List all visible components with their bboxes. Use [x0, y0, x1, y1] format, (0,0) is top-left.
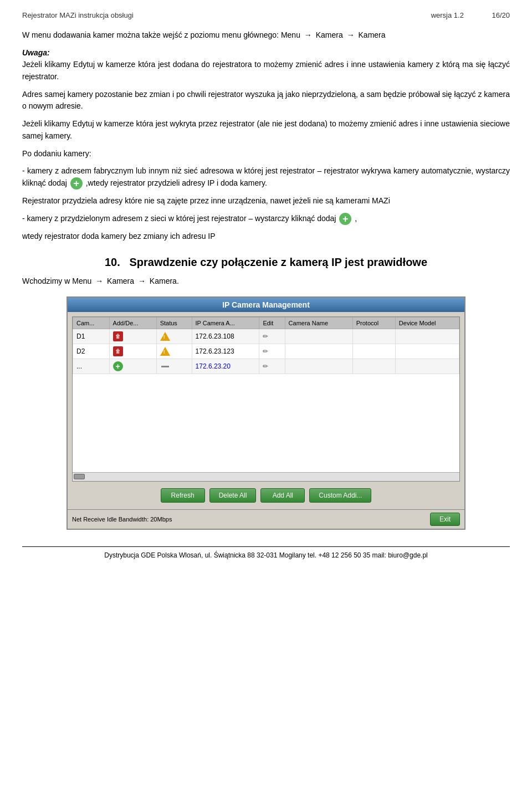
plus-icon[interactable]: + — [113, 361, 123, 371]
col-add-del: Add/De... — [109, 317, 156, 329]
table-header-row: Cam... Add/De... Status IP Camera A... E… — [73, 317, 459, 329]
cell-status-d2 — [156, 344, 192, 359]
edit-pencil-icon-d1[interactable]: ✏ — [263, 332, 270, 340]
delete-all-button[interactable]: Delete All — [209, 488, 257, 503]
table-row: ... + 172.6.23.20 ✏ — [73, 359, 459, 374]
arrow-icon-1: → — [304, 29, 312, 42]
cell-cam-dots: ... — [73, 359, 110, 374]
cam-mgmt-inner: Cam... Add/De... Status IP Camera A... E… — [68, 312, 464, 509]
camera-management-panel: IP Camera Management Cam... Add/De... St… — [66, 296, 466, 530]
cell-name-d1 — [285, 329, 352, 344]
add-all-button[interactable]: Add All — [260, 488, 305, 503]
doc-title: Rejestrator MAZi instrukcja obsługi — [22, 11, 134, 19]
arrow-icon-3: → — [95, 275, 103, 288]
trash-icon[interactable]: 🗑 — [113, 331, 123, 341]
arrow-icon-4: → — [138, 275, 146, 288]
cell-cam-d1: D1 — [73, 329, 110, 344]
intro-text: Wchodzimy w Menu → Kamera → Kamera. — [22, 275, 510, 288]
cell-name-d2 — [285, 344, 352, 359]
paragraph-1: W menu dodawania kamer można także wejść… — [22, 29, 510, 42]
horizontal-scrollbar[interactable] — [73, 472, 459, 481]
trash-icon-d2[interactable]: 🗑 — [113, 346, 123, 356]
col-cam: Cam... — [73, 317, 110, 329]
warning-icon-d1 — [160, 332, 170, 341]
cell-status-d1 — [156, 329, 192, 344]
scrollbar-thumb[interactable] — [74, 474, 85, 479]
cell-edit-dots[interactable]: ✏ — [259, 359, 285, 374]
add-icon-inline-2 — [339, 213, 351, 225]
cell-ip-d2: 172.6.23.123 — [192, 344, 259, 359]
col-name: Camera Name — [285, 317, 352, 329]
page-header: Rejestrator MAZi instrukcja obsługi wers… — [22, 11, 510, 19]
bandwidth-label: Net Receive Idle Bandwidth: 20Mbps — [72, 516, 172, 523]
cam-mgmt-title: IP Camera Management — [222, 300, 310, 309]
cell-cam-d2: D2 — [73, 344, 110, 359]
arrow-icon-2: → — [347, 29, 355, 42]
paragraph-3: Adres samej kamery pozostanie bez zmian … — [22, 89, 510, 112]
paragraph-7: Rejestrator przydziela adresy które nie … — [22, 195, 510, 207]
cell-model-dots — [395, 359, 459, 374]
cell-protocol-d2 — [352, 344, 395, 359]
cam-scroll-area[interactable]: Cam... Add/De... Status IP Camera A... E… — [73, 317, 459, 472]
cell-adddel-d2[interactable]: 🗑 — [109, 344, 156, 359]
custom-add-button[interactable]: Custom Addi... — [309, 488, 371, 503]
paragraph-uwaga: Uwaga: Jeżeli klikamy Edytuj w kamerze k… — [22, 47, 510, 83]
exit-button[interactable]: Exit — [430, 513, 460, 526]
cam-table-container: Cam... Add/De... Status IP Camera A... E… — [72, 316, 460, 482]
col-status: Status — [156, 317, 192, 329]
col-protocol: Protocol — [352, 317, 395, 329]
table-row: D1 🗑 172.6.23.108 ✏ — [73, 329, 459, 344]
cam-mgmt-title-bar: IP Camera Management — [68, 298, 464, 312]
cell-name-dots — [285, 359, 352, 374]
cell-edit-d2[interactable]: ✏ — [259, 344, 285, 359]
uwaga-label: Uwaga: — [22, 48, 50, 57]
cell-model-d2 — [395, 344, 459, 359]
paragraph-9: wtedy rejestrator doda kamery bez zmiany… — [22, 231, 510, 243]
paragraph-5: Po dodaniu kamery: — [22, 148, 510, 160]
cell-ip-d1: 172.6.23.108 — [192, 329, 259, 344]
table-row: D2 🗑 172.6.23.123 ✏ — [73, 344, 459, 359]
refresh-button[interactable]: Refresh — [161, 488, 205, 503]
section-heading: 10. Sprawdzenie czy połączenie z kamerą … — [22, 256, 510, 269]
paragraph-6: - kamery z adresem fabrycznym lub innym … — [22, 165, 510, 190]
footer-text: Dystrybucja GDE Polska Wlosań, ul. Świąt… — [104, 551, 428, 559]
col-model: Device Model — [395, 317, 459, 329]
page-footer: Dystrybucja GDE Polska Wlosań, ul. Świąt… — [22, 546, 510, 559]
cell-adddel-dots[interactable]: + — [109, 359, 156, 374]
cam-status-bar: Net Receive Idle Bandwidth: 20Mbps Exit — [68, 509, 464, 529]
cam-action-buttons: Refresh Delete All Add All Custom Addi..… — [72, 486, 460, 505]
cell-ip-dots: 172.6.23.20 — [192, 359, 259, 374]
paragraph-4: Jeżeli klikamy Edytuj w kamerze która je… — [22, 118, 510, 142]
warning-icon-d2 — [160, 347, 170, 356]
col-edit: Edit — [259, 317, 285, 329]
cell-edit-d1[interactable]: ✏ — [259, 329, 285, 344]
edit-pencil-icon-d2[interactable]: ✏ — [263, 347, 270, 355]
cell-model-d1 — [395, 329, 459, 344]
add-icon-inline-1 — [70, 177, 83, 190]
cell-adddel-d1[interactable]: 🗑 — [109, 329, 156, 344]
minus-icon — [161, 366, 169, 367]
col-ip: IP Camera A... — [192, 317, 259, 329]
cell-protocol-dots — [352, 359, 395, 374]
paragraph-8: - kamery z przydzielonym adresem z sieci… — [22, 213, 510, 225]
cell-protocol-d1 — [352, 329, 395, 344]
doc-version-page: wersja 1.2 16/20 — [431, 11, 510, 19]
cam-table: Cam... Add/De... Status IP Camera A... E… — [73, 317, 459, 374]
cell-status-dots — [156, 359, 192, 374]
edit-pencil-icon-dots[interactable]: ✏ — [263, 362, 270, 370]
